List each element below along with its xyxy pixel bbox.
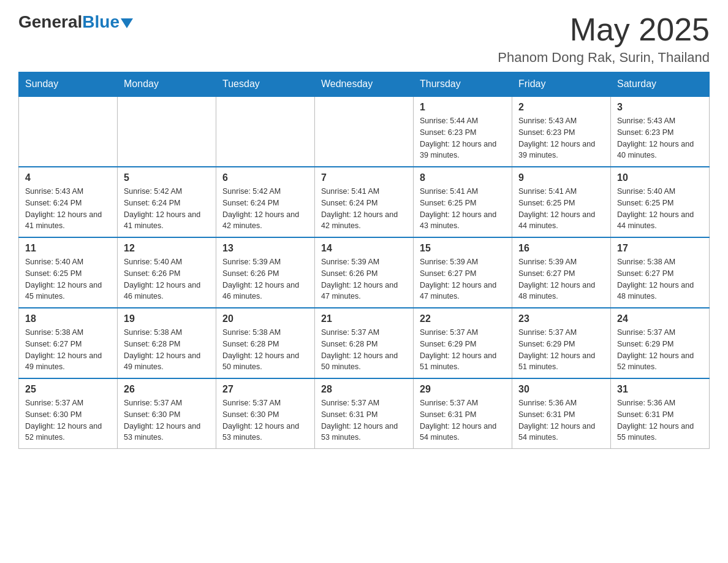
calendar-week-1: 1Sunrise: 5:44 AMSunset: 6:23 PMDaylight…	[19, 96, 710, 167]
calendar-cell: 24Sunrise: 5:37 AMSunset: 6:29 PMDayligh…	[611, 308, 710, 378]
header-day-sunday: Sunday	[19, 72, 118, 97]
day-info: Sunrise: 5:39 AMSunset: 6:27 PMDaylight:…	[518, 256, 604, 302]
month-year-title: May 2025	[498, 12, 710, 47]
day-info: Sunrise: 5:41 AMSunset: 6:25 PMDaylight:…	[420, 186, 506, 232]
day-info: Sunrise: 5:38 AMSunset: 6:28 PMDaylight:…	[124, 327, 210, 373]
logo: General Blue	[18, 12, 133, 32]
calendar-cell: 18Sunrise: 5:38 AMSunset: 6:27 PMDayligh…	[19, 308, 118, 378]
day-info: Sunrise: 5:38 AMSunset: 6:27 PMDaylight:…	[617, 256, 703, 302]
day-info: Sunrise: 5:43 AMSunset: 6:23 PMDaylight:…	[518, 115, 604, 161]
calendar-cell: 15Sunrise: 5:39 AMSunset: 6:27 PMDayligh…	[414, 237, 512, 308]
calendar-table: SundayMondayTuesdayWednesdayThursdayFrid…	[18, 72, 710, 449]
calendar-cell	[216, 96, 315, 167]
day-info: Sunrise: 5:39 AMSunset: 6:27 PMDaylight:…	[420, 256, 506, 302]
day-number: 20	[222, 313, 308, 324]
day-info: Sunrise: 5:43 AMSunset: 6:24 PMDaylight:…	[25, 186, 111, 232]
calendar-cell: 9Sunrise: 5:41 AMSunset: 6:25 PMDaylight…	[512, 167, 611, 237]
calendar-cell: 27Sunrise: 5:37 AMSunset: 6:30 PMDayligh…	[216, 378, 315, 449]
day-number: 4	[25, 172, 111, 183]
day-info: Sunrise: 5:37 AMSunset: 6:28 PMDaylight:…	[321, 327, 407, 373]
calendar-cell: 25Sunrise: 5:37 AMSunset: 6:30 PMDayligh…	[19, 378, 118, 449]
day-number: 27	[222, 384, 308, 395]
day-number: 2	[518, 102, 604, 113]
calendar-cell: 30Sunrise: 5:36 AMSunset: 6:31 PMDayligh…	[512, 378, 611, 449]
day-number: 16	[518, 243, 604, 254]
calendar-cell: 31Sunrise: 5:36 AMSunset: 6:31 PMDayligh…	[611, 378, 710, 449]
day-info: Sunrise: 5:36 AMSunset: 6:31 PMDaylight:…	[518, 397, 604, 443]
calendar-cell: 28Sunrise: 5:37 AMSunset: 6:31 PMDayligh…	[315, 378, 414, 449]
calendar-cell: 23Sunrise: 5:37 AMSunset: 6:29 PMDayligh…	[512, 308, 611, 378]
header-day-friday: Friday	[512, 72, 611, 97]
calendar-cell: 19Sunrise: 5:38 AMSunset: 6:28 PMDayligh…	[118, 308, 216, 378]
calendar-cell: 2Sunrise: 5:43 AMSunset: 6:23 PMDaylight…	[512, 96, 611, 167]
day-number: 1	[420, 102, 506, 113]
calendar-cell	[315, 96, 414, 167]
day-info: Sunrise: 5:42 AMSunset: 6:24 PMDaylight:…	[222, 186, 308, 232]
logo-blue-part: Blue	[82, 12, 133, 32]
day-number: 6	[222, 172, 308, 183]
calendar-cell: 3Sunrise: 5:43 AMSunset: 6:23 PMDaylight…	[611, 96, 710, 167]
header-day-tuesday: Tuesday	[216, 72, 315, 97]
day-number: 29	[420, 384, 506, 395]
calendar-cell: 21Sunrise: 5:37 AMSunset: 6:28 PMDayligh…	[315, 308, 414, 378]
calendar-header: SundayMondayTuesdayWednesdayThursdayFrid…	[19, 72, 710, 97]
calendar-cell	[118, 96, 216, 167]
header-day-wednesday: Wednesday	[315, 72, 414, 97]
day-info: Sunrise: 5:41 AMSunset: 6:24 PMDaylight:…	[321, 186, 407, 232]
day-info: Sunrise: 5:37 AMSunset: 6:30 PMDaylight:…	[222, 397, 308, 443]
logo-triangle-icon	[121, 18, 133, 28]
page-header: General Blue May 2025 Phanom Dong Rak, S…	[18, 12, 710, 66]
day-info: Sunrise: 5:39 AMSunset: 6:26 PMDaylight:…	[222, 256, 308, 302]
day-number: 11	[25, 243, 111, 254]
calendar-cell: 26Sunrise: 5:37 AMSunset: 6:30 PMDayligh…	[118, 378, 216, 449]
location-subtitle: Phanom Dong Rak, Surin, Thailand	[498, 50, 710, 66]
day-info: Sunrise: 5:37 AMSunset: 6:31 PMDaylight:…	[420, 397, 506, 443]
day-number: 17	[617, 243, 703, 254]
day-info: Sunrise: 5:37 AMSunset: 6:30 PMDaylight:…	[25, 397, 111, 443]
title-block: May 2025 Phanom Dong Rak, Surin, Thailan…	[498, 12, 710, 66]
day-number: 31	[617, 384, 703, 395]
calendar-cell: 5Sunrise: 5:42 AMSunset: 6:24 PMDaylight…	[118, 167, 216, 237]
calendar-week-3: 11Sunrise: 5:40 AMSunset: 6:25 PMDayligh…	[19, 237, 710, 308]
calendar-cell: 6Sunrise: 5:42 AMSunset: 6:24 PMDaylight…	[216, 167, 315, 237]
day-info: Sunrise: 5:41 AMSunset: 6:25 PMDaylight:…	[518, 186, 604, 232]
day-info: Sunrise: 5:37 AMSunset: 6:29 PMDaylight:…	[420, 327, 506, 373]
day-number: 22	[420, 313, 506, 324]
day-number: 10	[617, 172, 703, 183]
calendar-cell: 22Sunrise: 5:37 AMSunset: 6:29 PMDayligh…	[414, 308, 512, 378]
day-number: 28	[321, 384, 407, 395]
day-info: Sunrise: 5:39 AMSunset: 6:26 PMDaylight:…	[321, 256, 407, 302]
calendar-cell: 12Sunrise: 5:40 AMSunset: 6:26 PMDayligh…	[118, 237, 216, 308]
day-info: Sunrise: 5:37 AMSunset: 6:30 PMDaylight:…	[124, 397, 210, 443]
calendar-cell: 20Sunrise: 5:38 AMSunset: 6:28 PMDayligh…	[216, 308, 315, 378]
day-number: 25	[25, 384, 111, 395]
day-number: 18	[25, 313, 111, 324]
day-number: 3	[617, 102, 703, 113]
calendar-cell: 7Sunrise: 5:41 AMSunset: 6:24 PMDaylight…	[315, 167, 414, 237]
header-day-monday: Monday	[118, 72, 216, 97]
day-info: Sunrise: 5:40 AMSunset: 6:26 PMDaylight:…	[124, 256, 210, 302]
logo-blue-text: Blue	[82, 12, 119, 32]
calendar-week-2: 4Sunrise: 5:43 AMSunset: 6:24 PMDaylight…	[19, 167, 710, 237]
day-number: 12	[124, 243, 210, 254]
day-info: Sunrise: 5:40 AMSunset: 6:25 PMDaylight:…	[25, 256, 111, 302]
calendar-cell: 10Sunrise: 5:40 AMSunset: 6:25 PMDayligh…	[611, 167, 710, 237]
day-number: 9	[518, 172, 604, 183]
day-number: 8	[420, 172, 506, 183]
day-number: 14	[321, 243, 407, 254]
calendar-week-4: 18Sunrise: 5:38 AMSunset: 6:27 PMDayligh…	[19, 308, 710, 378]
day-info: Sunrise: 5:38 AMSunset: 6:28 PMDaylight:…	[222, 327, 308, 373]
calendar-cell: 13Sunrise: 5:39 AMSunset: 6:26 PMDayligh…	[216, 237, 315, 308]
day-number: 26	[124, 384, 210, 395]
calendar-cell: 16Sunrise: 5:39 AMSunset: 6:27 PMDayligh…	[512, 237, 611, 308]
day-info: Sunrise: 5:43 AMSunset: 6:23 PMDaylight:…	[617, 115, 703, 161]
header-day-saturday: Saturday	[611, 72, 710, 97]
day-number: 19	[124, 313, 210, 324]
calendar-cell: 17Sunrise: 5:38 AMSunset: 6:27 PMDayligh…	[611, 237, 710, 308]
day-number: 7	[321, 172, 407, 183]
day-number: 15	[420, 243, 506, 254]
calendar-cell: 14Sunrise: 5:39 AMSunset: 6:26 PMDayligh…	[315, 237, 414, 308]
day-info: Sunrise: 5:44 AMSunset: 6:23 PMDaylight:…	[420, 115, 506, 161]
logo-general-text: General	[18, 12, 82, 32]
calendar-cell: 11Sunrise: 5:40 AMSunset: 6:25 PMDayligh…	[19, 237, 118, 308]
